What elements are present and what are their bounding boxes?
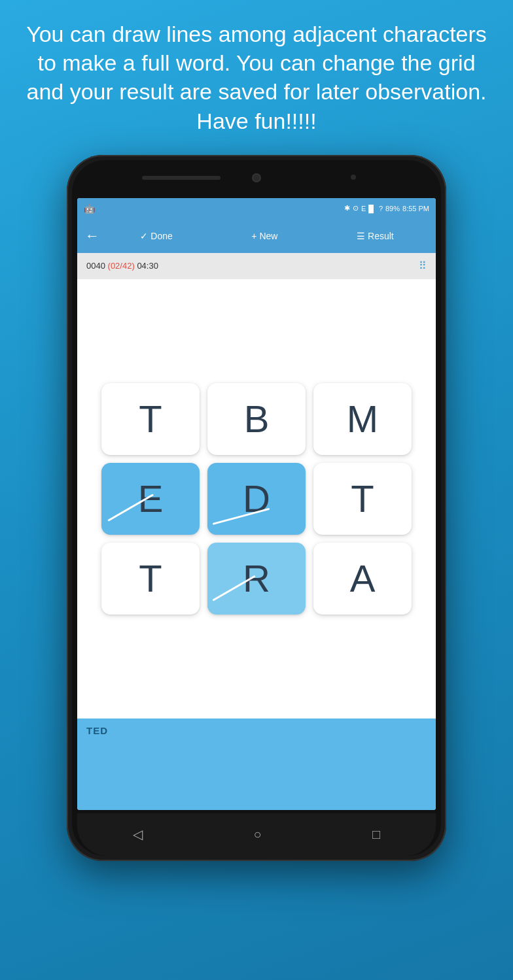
back-button[interactable]: ← (85, 228, 99, 245)
new-icon: + (251, 231, 256, 241)
cell-letter-A: A (350, 556, 376, 600)
cell-letter-T2: T (351, 477, 374, 520)
app-bar: ← ✓ Done + New ☰ Result (77, 219, 436, 253)
bluetooth-icon: ✱ (344, 204, 350, 212)
grid-size-icon[interactable]: ⠿ (419, 260, 427, 272)
toolbar: 0040 (02/42) 04:30 ⠿ (77, 253, 436, 279)
cell-letter-R: R (243, 556, 270, 600)
phone: 🤖 ✱ ⊙ E▐▌ ? 89% 8:55 PM ← (67, 155, 446, 861)
result-button[interactable]: ☰ Result (357, 231, 394, 241)
counter-progress: (02/42) (108, 261, 135, 271)
alarm-icon: ⊙ (353, 204, 359, 212)
done-label: Done (150, 231, 172, 241)
phone-nav: ◁ ○ □ (77, 813, 436, 856)
new-button[interactable]: + New (251, 231, 277, 241)
time-display: 8:55 PM (402, 205, 429, 212)
cell-1-2[interactable]: T (313, 463, 412, 535)
word-area: TED (77, 718, 436, 810)
nav-back-button[interactable]: ◁ (133, 826, 143, 842)
grid-row-1: T B M (101, 383, 412, 455)
done-button[interactable]: ✓ Done (140, 231, 172, 241)
word-list: TED (86, 725, 427, 736)
phone-speaker-dot (351, 175, 356, 180)
cell-0-1[interactable]: B (207, 383, 306, 455)
android-icon: 🤖 (84, 203, 95, 214)
cell-letter-M: M (347, 397, 378, 441)
cell-2-0[interactable]: T (101, 543, 200, 615)
cell-letter-E: E (138, 477, 164, 520)
phone-screen: 🤖 ✱ ⊙ E▐▌ ? 89% 8:55 PM ← (77, 198, 436, 810)
battery-level: 89% (385, 205, 400, 212)
grid-area: T B M E (77, 279, 436, 718)
phone-speaker (142, 176, 221, 180)
cell-0-0[interactable]: T (101, 383, 200, 455)
grid-row-3: T R A (101, 543, 412, 615)
question-icon: ? (379, 205, 383, 212)
toolbar-info: 0040 (02/42) 04:30 (86, 261, 158, 271)
grid-row-2: E D T (101, 463, 412, 535)
status-bar: 🤖 ✱ ⊙ E▐▌ ? 89% 8:55 PM (77, 198, 436, 219)
done-icon: ✓ (140, 231, 148, 241)
result-icon: ☰ (357, 231, 365, 241)
signal-icon: E▐▌ (361, 205, 376, 212)
nav-square-button[interactable]: □ (372, 827, 380, 842)
counter-number: 0040 (86, 261, 105, 271)
new-label: New (259, 231, 277, 241)
phone-camera (252, 173, 261, 182)
cell-letter-B: B (244, 397, 270, 441)
nav-home-button[interactable]: ○ (253, 827, 261, 842)
cell-letter-T3: T (139, 556, 162, 600)
result-label: Result (368, 231, 394, 241)
header-text: You can draw lines among adjacent charac… (0, 0, 513, 148)
cell-0-2[interactable]: M (313, 383, 412, 455)
cell-2-1[interactable]: R (207, 543, 306, 615)
cell-2-2[interactable]: A (313, 543, 412, 615)
cell-1-0[interactable]: E (101, 463, 200, 535)
cell-1-1[interactable]: D (207, 463, 306, 535)
cell-letter-T1: T (139, 397, 162, 441)
